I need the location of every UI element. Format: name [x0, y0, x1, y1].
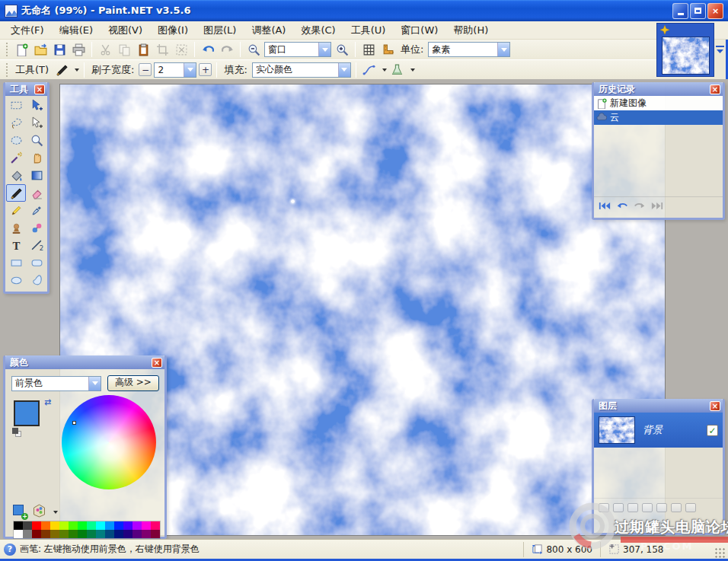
- reset-colors-icon[interactable]: [12, 428, 21, 437]
- tool-paint-bucket[interactable]: [6, 167, 26, 184]
- brush-width-increase-button[interactable]: +: [199, 63, 212, 76]
- close-icon[interactable]: ×: [34, 84, 45, 94]
- history-item-clouds[interactable]: 云: [594, 110, 723, 125]
- zoom-out-icon[interactable]: [245, 41, 262, 58]
- palette-swatch[interactable]: [123, 521, 133, 530]
- paste-icon[interactable]: [135, 41, 152, 58]
- palette-swatch[interactable]: [50, 530, 59, 538]
- redo-icon[interactable]: [219, 41, 235, 58]
- swap-colors-icon[interactable]: ⇄: [44, 397, 51, 407]
- deselect-icon[interactable]: [173, 41, 190, 58]
- menu-file[interactable]: 文件(F): [3, 21, 52, 40]
- resize-grip[interactable]: [714, 547, 725, 558]
- colors-window-titlebar[interactable]: 颜色 ×: [5, 355, 164, 369]
- blend-mode-flask-icon[interactable]: [389, 62, 406, 78]
- tool-recolor[interactable]: [27, 219, 46, 237]
- tool-move-pixels[interactable]: [27, 97, 46, 114]
- history-undo-icon[interactable]: [616, 201, 628, 211]
- palette-swatch[interactable]: [133, 530, 142, 538]
- palette-swatch[interactable]: [151, 521, 160, 530]
- palette-swatch[interactable]: [41, 521, 50, 530]
- tool-lasso-select[interactable]: [6, 114, 26, 132]
- palette-swatch[interactable]: [14, 521, 23, 530]
- toolbar-grip[interactable]: [5, 43, 8, 56]
- menu-edit[interactable]: 编辑(E): [52, 21, 101, 40]
- menu-view[interactable]: 视图(V): [101, 21, 150, 40]
- palette-swatch[interactable]: [114, 521, 123, 530]
- palette-swatch[interactable]: [133, 521, 142, 530]
- tool-move-selection[interactable]: [27, 114, 46, 132]
- palette-swatch[interactable]: [96, 521, 105, 530]
- tool-ellipse-select[interactable]: [6, 132, 26, 149]
- tool-line-curve[interactable]: 2: [27, 237, 46, 254]
- move-layer-down-button[interactable]: [671, 503, 682, 512]
- tool-eraser[interactable]: [27, 184, 46, 202]
- copy-icon[interactable]: [116, 41, 133, 58]
- close-icon[interactable]: ×: [152, 358, 162, 368]
- palette-swatch[interactable]: [32, 530, 41, 538]
- save-icon[interactable]: [51, 41, 68, 58]
- unit-combo[interactable]: 象素: [428, 42, 510, 57]
- delete-layer-button[interactable]: [613, 503, 624, 512]
- tool-text[interactable]: T: [6, 237, 26, 254]
- move-layer-up-button[interactable]: [656, 503, 667, 512]
- palette-swatch[interactable]: [41, 530, 50, 538]
- brush-width-combo[interactable]: 2: [154, 62, 196, 78]
- close-button[interactable]: ×: [707, 3, 723, 19]
- image-list-chevron-icon[interactable]: [715, 45, 725, 56]
- history-redo-icon[interactable]: [634, 201, 646, 211]
- palette-swatch[interactable]: [14, 530, 23, 538]
- menu-window[interactable]: 窗口(W): [393, 21, 445, 40]
- palette-swatch[interactable]: [105, 530, 114, 538]
- undo-icon[interactable]: [200, 41, 216, 58]
- minimize-button[interactable]: [672, 3, 688, 19]
- palette-swatch[interactable]: [123, 530, 133, 538]
- palette-swatch[interactable]: [50, 521, 59, 530]
- maximize-button[interactable]: [690, 3, 706, 19]
- current-tool-brush-icon[interactable]: [53, 62, 70, 78]
- cut-icon[interactable]: [97, 41, 113, 58]
- title-bar[interactable]: 无命名 (99%) - Paint.NET v3.5.6 ×: [0, 0, 728, 21]
- palette-swatch[interactable]: [105, 521, 114, 530]
- palette-swatch[interactable]: [87, 530, 96, 538]
- tool-dropdown-caret[interactable]: [75, 69, 79, 72]
- print-icon[interactable]: [70, 41, 87, 58]
- new-file-icon[interactable]: [13, 41, 30, 58]
- history-fast-forward-icon[interactable]: [651, 201, 663, 211]
- zoom-mode-combo[interactable]: 窗口: [264, 42, 331, 57]
- palette-swatch[interactable]: [23, 521, 32, 530]
- tool-rectangle-select[interactable]: [6, 97, 26, 114]
- tool-pan[interactable]: [27, 149, 46, 167]
- palette-swatch[interactable]: [151, 530, 160, 538]
- palette-swatch[interactable]: [59, 530, 69, 538]
- palette-swatch[interactable]: [114, 530, 123, 538]
- tool-ellipse-shape[interactable]: [6, 272, 26, 289]
- history-window-titlebar[interactable]: 历史记录 ×: [594, 82, 723, 96]
- palette-swatch[interactable]: [69, 530, 78, 538]
- grid-icon[interactable]: [360, 41, 377, 58]
- menu-image[interactable]: 图像(I): [150, 21, 196, 40]
- foreground-background-swatches[interactable]: ⇄: [14, 397, 59, 441]
- palette-swatch[interactable]: [23, 530, 32, 538]
- open-file-icon[interactable]: [32, 41, 49, 58]
- tool-color-picker[interactable]: [27, 202, 46, 219]
- color-wheel-marker[interactable]: [72, 421, 76, 425]
- tool-rounded-rectangle-shape[interactable]: [27, 254, 46, 272]
- layer-visible-checkbox[interactable]: ✓: [707, 425, 718, 436]
- tool-freeform-shape[interactable]: [27, 272, 46, 289]
- fill-style-combo[interactable]: 实心颜色: [252, 62, 351, 78]
- layers-window-titlebar[interactable]: 图层 ×: [594, 399, 723, 413]
- palette-swatch[interactable]: [78, 521, 87, 530]
- merge-layer-down-button[interactable]: [642, 503, 653, 512]
- tool-paintbrush[interactable]: [6, 184, 26, 202]
- antialias-dropdown-caret[interactable]: [382, 69, 387, 72]
- palette-swatch[interactable]: [142, 530, 151, 538]
- palette-swatch[interactable]: [32, 521, 41, 530]
- palette-swatch[interactable]: [87, 521, 96, 530]
- color-wheel[interactable]: [62, 395, 156, 489]
- add-layer-button[interactable]: [599, 503, 609, 512]
- tool-zoom[interactable]: [27, 132, 46, 149]
- foreground-color-swatch[interactable]: [14, 400, 40, 426]
- palette-swatch[interactable]: [78, 530, 87, 538]
- menu-effects[interactable]: 效果(C): [293, 21, 343, 40]
